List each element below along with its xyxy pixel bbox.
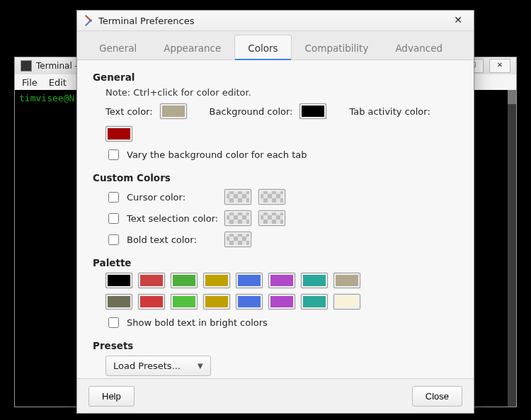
vary-background-checkbox[interactable] — [108, 149, 119, 160]
load-presets-label: Load Presets... — [113, 361, 181, 371]
selection-color-well-fg[interactable] — [224, 210, 251, 226]
palette-color-0-4[interactable] — [236, 273, 263, 288]
dialog-close-button[interactable]: ✕ — [448, 13, 468, 28]
tab-appearance[interactable]: Appearance — [150, 35, 234, 59]
palette-color-0-6[interactable] — [301, 273, 328, 288]
selection-color-well-bg[interactable] — [258, 210, 285, 226]
show-bold-bright-checkbox[interactable] — [108, 317, 119, 328]
palette-color-1-3[interactable] — [203, 294, 230, 310]
palette-color-0-3[interactable] — [203, 273, 230, 288]
chevron-down-icon: ▼ — [198, 362, 203, 370]
show-bold-bright-label: Show bold text in bright colors — [127, 317, 268, 328]
dialog-footer: Help Close — [77, 378, 474, 413]
text-background-row: Text color: Background color: Tab activi… — [105, 103, 458, 142]
cursor-color-well-fg[interactable] — [224, 189, 251, 205]
tab-compatibility[interactable]: Compatibility — [292, 35, 382, 59]
palette-color-1-1[interactable] — [138, 294, 165, 310]
cursor-color-well-bg[interactable] — [258, 189, 285, 205]
tab-general[interactable]: General — [86, 35, 150, 59]
bold-color-checkbox[interactable] — [108, 234, 119, 245]
dialog-title: Terminal Preferences — [98, 16, 195, 26]
selection-color-label: Text selection color: — [127, 213, 218, 224]
palette-color-0-5[interactable] — [268, 273, 295, 288]
bold-color-label: Bold text color: — [127, 234, 197, 245]
tab-colors[interactable]: Colors — [234, 35, 291, 59]
section-custom-title: Custom Colors — [93, 172, 458, 183]
preferences-icon — [83, 15, 94, 26]
terminal-menu-edit[interactable]: Edit — [49, 77, 67, 88]
help-button[interactable]: Help — [88, 386, 135, 407]
load-presets-dropdown[interactable]: Load Presets... ▼ — [105, 356, 211, 376]
tab-advanced[interactable]: Advanced — [382, 35, 456, 59]
palette-color-1-6[interactable] — [301, 294, 328, 310]
palette-color-0-0[interactable] — [105, 273, 132, 288]
tab-activity-color-label: Tab activity color: — [349, 106, 430, 117]
dialog-titlebar: Terminal Preferences ✕ — [77, 11, 474, 31]
terminal-scrollbar-thumb[interactable] — [508, 90, 516, 104]
tab-body-colors: General Note: Ctrl+click for color edito… — [77, 60, 474, 378]
terminal-scrollbar[interactable] — [508, 90, 516, 407]
color-editor-note: Note: Ctrl+click for color editor. — [105, 87, 458, 98]
cursor-color-checkbox[interactable] — [108, 192, 119, 203]
preferences-dialog: Terminal Preferences ✕ General Appearanc… — [76, 10, 474, 414]
section-presets-title: Presets — [93, 340, 458, 351]
terminal-prompt-host: N — [69, 93, 74, 103]
vary-background-label: Vary the background color for each tab — [127, 149, 307, 160]
cursor-color-label: Cursor color: — [127, 192, 185, 203]
palette-color-1-0[interactable] — [105, 294, 132, 310]
palette-color-1-5[interactable] — [268, 294, 295, 310]
palette-color-1-4[interactable] — [236, 294, 263, 310]
palette-color-1-2[interactable] — [171, 294, 198, 310]
palette-color-0-2[interactable] — [171, 273, 198, 288]
terminal-prompt-user: timvisee — [19, 93, 64, 103]
close-button[interactable]: Close — [412, 386, 462, 407]
terminal-menu-file[interactable]: File — [22, 77, 38, 88]
text-color-label: Text color: — [105, 106, 153, 117]
background-color-label: Background color: — [210, 106, 293, 117]
tabs: General Appearance Colors Compatibility … — [77, 31, 474, 60]
terminal-close-button[interactable]: ✕ — [489, 59, 510, 73]
palette-color-0-7[interactable] — [333, 273, 360, 288]
selection-color-checkbox[interactable] — [108, 213, 119, 224]
terminal-icon — [21, 60, 32, 72]
text-color-well[interactable] — [160, 103, 187, 119]
palette-grid — [105, 273, 375, 310]
section-general-title: General — [93, 72, 458, 83]
tab-activity-color-well[interactable] — [105, 126, 132, 142]
section-palette-title: Palette — [93, 257, 458, 268]
bold-color-well[interactable] — [224, 232, 251, 247]
background-color-well[interactable] — [299, 103, 326, 119]
palette-color-1-7[interactable] — [333, 294, 360, 310]
palette-color-0-1[interactable] — [138, 273, 165, 288]
